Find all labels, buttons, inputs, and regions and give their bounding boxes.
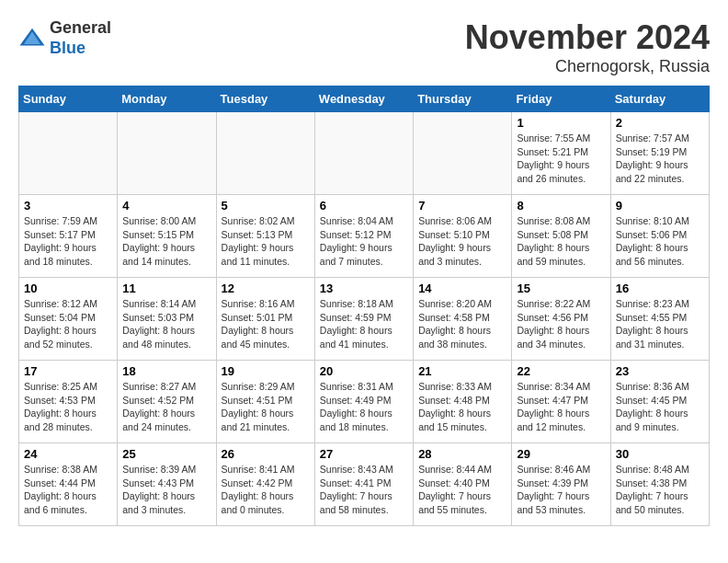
day-info: Sunrise: 8:36 AM Sunset: 4:45 PM Dayligh… [616,380,704,434]
day-info: Sunrise: 8:04 AM Sunset: 5:12 PM Dayligh… [320,214,408,269]
calendar-header-friday: Friday [512,86,610,112]
day-number: 7 [418,199,506,213]
page-header: General Blue November 2024 Chernogorsk, … [18,18,710,76]
calendar-cell: 8Sunrise: 8:08 AM Sunset: 5:08 PM Daylig… [512,195,610,278]
calendar-cell: 14Sunrise: 8:20 AM Sunset: 4:58 PM Dayli… [414,278,512,361]
calendar-cell: 15Sunrise: 8:22 AM Sunset: 4:56 PM Dayli… [512,278,610,361]
day-number: 3 [24,199,112,213]
calendar-cell: 10Sunrise: 8:12 AM Sunset: 5:04 PM Dayli… [19,278,118,361]
day-info: Sunrise: 8:10 AM Sunset: 5:06 PM Dayligh… [616,214,704,269]
calendar-header-row: SundayMondayTuesdayWednesdayThursdayFrid… [19,86,710,112]
calendar-cell: 18Sunrise: 8:27 AM Sunset: 4:52 PM Dayli… [118,361,216,443]
week-row-5: 24Sunrise: 8:38 AM Sunset: 4:44 PM Dayli… [19,443,710,526]
day-number: 18 [122,364,210,378]
day-info: Sunrise: 8:34 AM Sunset: 4:47 PM Dayligh… [517,380,605,434]
calendar-cell: 7Sunrise: 8:06 AM Sunset: 5:10 PM Daylig… [414,195,512,278]
day-info: Sunrise: 8:39 AM Sunset: 4:43 PM Dayligh… [122,463,210,517]
calendar-cell: 4Sunrise: 8:00 AM Sunset: 5:15 PM Daylig… [118,195,216,278]
day-number: 8 [517,199,605,213]
calendar-cell: 28Sunrise: 8:44 AM Sunset: 4:40 PM Dayli… [414,443,512,526]
day-info: Sunrise: 8:25 AM Sunset: 4:53 PM Dayligh… [24,380,112,434]
day-number: 27 [320,447,408,461]
day-number: 21 [418,364,506,378]
day-info: Sunrise: 8:23 AM Sunset: 4:55 PM Dayligh… [616,297,704,351]
logo: General Blue [18,18,111,58]
calendar-cell: 27Sunrise: 8:43 AM Sunset: 4:41 PM Dayli… [314,443,413,526]
day-info: Sunrise: 8:22 AM Sunset: 4:56 PM Dayligh… [517,297,605,351]
day-number: 29 [517,447,605,461]
logo-blue: Blue [50,39,111,59]
calendar-cell: 17Sunrise: 8:25 AM Sunset: 4:53 PM Dayli… [19,361,118,443]
calendar-cell: 3Sunrise: 7:59 AM Sunset: 5:17 PM Daylig… [19,195,118,278]
calendar-cell: 9Sunrise: 8:10 AM Sunset: 5:06 PM Daylig… [610,195,709,278]
calendar-cell: 20Sunrise: 8:31 AM Sunset: 4:49 PM Dayli… [314,361,413,443]
day-number: 30 [616,447,704,461]
day-number: 25 [122,447,210,461]
calendar-cell [414,112,512,195]
day-info: Sunrise: 8:20 AM Sunset: 4:58 PM Dayligh… [418,297,506,351]
day-info: Sunrise: 8:38 AM Sunset: 4:44 PM Dayligh… [24,463,112,517]
day-info: Sunrise: 8:16 AM Sunset: 5:01 PM Dayligh… [222,297,310,351]
day-number: 5 [222,199,310,213]
day-number: 28 [418,447,506,461]
calendar-cell: 19Sunrise: 8:29 AM Sunset: 4:51 PM Dayli… [216,361,314,443]
day-number: 13 [320,282,408,295]
day-number: 22 [517,364,605,378]
day-number: 20 [320,364,408,378]
week-row-3: 10Sunrise: 8:12 AM Sunset: 5:04 PM Dayli… [19,278,710,361]
day-info: Sunrise: 8:02 AM Sunset: 5:13 PM Dayligh… [222,214,310,269]
day-number: 10 [24,282,112,295]
day-info: Sunrise: 8:08 AM Sunset: 5:08 PM Dayligh… [517,214,605,269]
day-number: 12 [222,282,310,295]
day-info: Sunrise: 8:14 AM Sunset: 5:03 PM Dayligh… [122,297,210,351]
calendar-cell: 12Sunrise: 8:16 AM Sunset: 5:01 PM Dayli… [216,278,314,361]
day-info: Sunrise: 8:27 AM Sunset: 4:52 PM Dayligh… [122,380,210,434]
calendar: SundayMondayTuesdayWednesdayThursdayFrid… [18,86,710,526]
calendar-cell: 24Sunrise: 8:38 AM Sunset: 4:44 PM Dayli… [19,443,118,526]
logo-icon [18,25,46,52]
day-info: Sunrise: 8:33 AM Sunset: 4:48 PM Dayligh… [418,380,506,434]
day-info: Sunrise: 8:00 AM Sunset: 5:15 PM Dayligh… [122,214,210,269]
day-number: 15 [517,282,605,295]
day-number: 16 [616,282,704,295]
calendar-cell: 1Sunrise: 7:55 AM Sunset: 5:21 PM Daylig… [512,112,610,195]
week-row-2: 3Sunrise: 7:59 AM Sunset: 5:17 PM Daylig… [19,195,710,278]
calendar-header-monday: Monday [118,86,216,112]
calendar-cell: 25Sunrise: 8:39 AM Sunset: 4:43 PM Dayli… [118,443,216,526]
day-number: 14 [418,282,506,295]
calendar-cell: 6Sunrise: 8:04 AM Sunset: 5:12 PM Daylig… [314,195,413,278]
day-number: 24 [24,447,112,461]
calendar-cell: 22Sunrise: 8:34 AM Sunset: 4:47 PM Dayli… [512,361,610,443]
calendar-cell: 21Sunrise: 8:33 AM Sunset: 4:48 PM Dayli… [414,361,512,443]
calendar-cell: 11Sunrise: 8:14 AM Sunset: 5:03 PM Dayli… [118,278,216,361]
day-info: Sunrise: 8:46 AM Sunset: 4:39 PM Dayligh… [517,463,605,517]
day-number: 4 [122,199,210,213]
day-info: Sunrise: 8:06 AM Sunset: 5:10 PM Dayligh… [418,214,506,269]
calendar-cell: 13Sunrise: 8:18 AM Sunset: 4:59 PM Dayli… [314,278,413,361]
day-info: Sunrise: 8:29 AM Sunset: 4:51 PM Dayligh… [222,380,310,434]
calendar-cell: 16Sunrise: 8:23 AM Sunset: 4:55 PM Dayli… [610,278,709,361]
day-info: Sunrise: 8:31 AM Sunset: 4:49 PM Dayligh… [320,380,408,434]
day-number: 9 [616,199,704,213]
calendar-cell: 29Sunrise: 8:46 AM Sunset: 4:39 PM Dayli… [512,443,610,526]
day-number: 11 [122,282,210,295]
calendar-cell [314,112,413,195]
calendar-header-thursday: Thursday [414,86,512,112]
day-number: 19 [222,364,310,378]
calendar-cell [19,112,118,195]
calendar-cell [118,112,216,195]
calendar-cell: 2Sunrise: 7:57 AM Sunset: 5:19 PM Daylig… [610,112,709,195]
day-info: Sunrise: 7:57 AM Sunset: 5:19 PM Dayligh… [616,132,704,186]
day-info: Sunrise: 8:44 AM Sunset: 4:40 PM Dayligh… [418,463,506,517]
calendar-cell [216,112,314,195]
logo-text: General Blue [50,18,111,58]
day-info: Sunrise: 7:55 AM Sunset: 5:21 PM Dayligh… [517,132,605,186]
day-info: Sunrise: 8:41 AM Sunset: 4:42 PM Dayligh… [222,463,310,517]
title-block: November 2024 Chernogorsk, Russia [465,18,710,76]
week-row-4: 17Sunrise: 8:25 AM Sunset: 4:53 PM Dayli… [19,361,710,443]
logo-general: General [50,18,111,39]
day-number: 6 [320,199,408,213]
day-number: 23 [616,364,704,378]
day-number: 17 [24,364,112,378]
day-info: Sunrise: 8:12 AM Sunset: 5:04 PM Dayligh… [24,297,112,351]
